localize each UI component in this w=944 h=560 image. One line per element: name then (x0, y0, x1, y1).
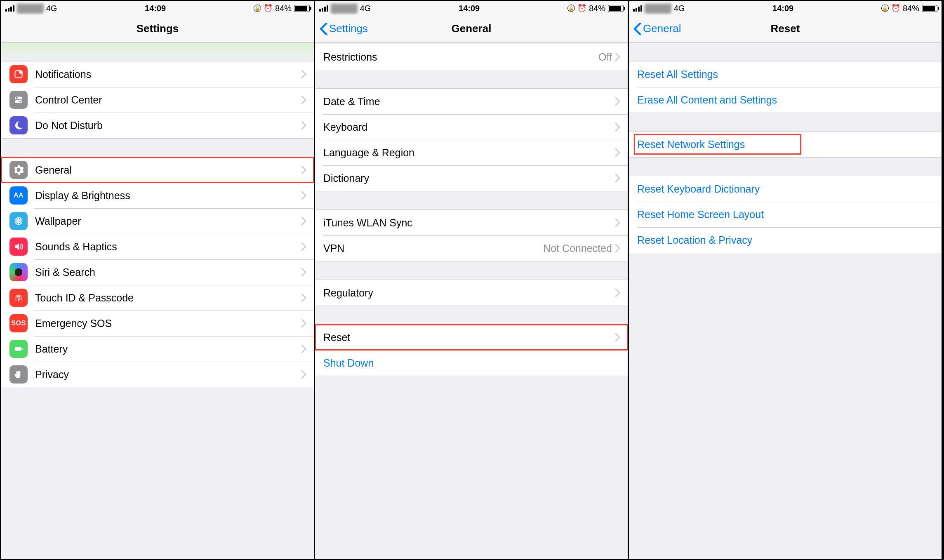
nav-back-button[interactable]: General (633, 22, 681, 35)
row-label: Language & Region (323, 147, 615, 159)
row-keyboard[interactable]: Keyboard (315, 114, 628, 140)
battery-pct-label: 84% (903, 4, 919, 13)
signal-icon (319, 5, 328, 12)
row-sounds-haptics[interactable]: Sounds & Haptics (1, 234, 314, 259)
clock-label: 14:09 (459, 4, 480, 13)
carrier-label: ████ (331, 4, 358, 13)
nav-bar: Settings (1, 15, 314, 42)
status-bar: ████ 4G 14:09 🔒 ⏰ 84% (1, 1, 314, 15)
row-do-not-disturb[interactable]: Do Not Disturb (1, 113, 314, 138)
row-label: Shut Down (323, 357, 620, 369)
row-label: Siri & Search (35, 266, 301, 278)
chevron-right-icon (615, 289, 620, 297)
row-shut-down[interactable]: Shut Down (315, 350, 628, 376)
group-gap (629, 113, 942, 132)
group-gap (315, 261, 628, 280)
chevron-right-icon (301, 121, 306, 129)
gear-icon (9, 161, 28, 179)
row-label: Reset Network Settings (637, 139, 934, 151)
row-label: Reset All Settings (637, 68, 934, 80)
row-label: Emergency SOS (35, 318, 301, 329)
nav-back-label: General (643, 22, 681, 35)
battery-pct-label: 84% (589, 4, 605, 13)
row-label: Wallpaper (35, 215, 301, 227)
nav-back-button[interactable]: Settings (319, 22, 368, 35)
chevron-right-icon (301, 294, 306, 302)
screen-reset: ████ 4G 14:09 🔒 ⏰ 84% General Reset Rese… (629, 1, 943, 559)
rotation-lock-icon: 🔒 (254, 5, 261, 12)
row-reset-location-privacy[interactable]: Reset Location & Privacy (629, 227, 942, 253)
svg-rect-9 (22, 348, 23, 350)
row-label: Restrictions (323, 51, 598, 63)
battery-icon (922, 5, 937, 12)
status-bar: ████ 4G 14:09 🔒 ⏰ 84% (315, 1, 628, 15)
row-restrictions[interactable]: Restrictions Off (315, 44, 628, 70)
chevron-right-icon (615, 244, 620, 252)
clock-label: 14:09 (772, 4, 793, 13)
screen-general: ████ 4G 14:09 🔒 ⏰ 84% Settings General R… (315, 1, 629, 559)
row-reset[interactable]: Reset (315, 325, 628, 350)
svg-rect-8 (15, 347, 21, 351)
row-dictionary[interactable]: Dictionary (315, 165, 628, 191)
row-display-brightness[interactable]: AA Display & Brightness (1, 183, 314, 208)
svg-point-4 (16, 97, 18, 99)
group-gap (629, 253, 942, 559)
battery-icon (9, 340, 28, 358)
row-general[interactable]: General (1, 157, 314, 183)
row-siri-search[interactable]: Siri & Search (1, 259, 314, 285)
alarm-icon: ⏰ (264, 4, 273, 13)
row-date-time[interactable]: Date & Time (315, 89, 628, 114)
row-label: Regulatory (323, 287, 615, 299)
row-battery[interactable]: Battery (1, 336, 314, 362)
row-wallpaper[interactable]: Wallpaper (1, 208, 314, 234)
row-label: Erase All Content and Settings (637, 94, 934, 106)
chevron-right-icon (301, 191, 306, 200)
alarm-icon: ⏰ (891, 4, 900, 13)
chevron-right-icon (301, 217, 306, 225)
chevron-right-icon (615, 123, 620, 131)
row-label: Display & Brightness (35, 190, 301, 202)
group-gap (315, 191, 628, 210)
group-gap (629, 157, 942, 176)
row-reset-home-screen-layout[interactable]: Reset Home Screen Layout (629, 202, 942, 227)
row-vpn[interactable]: VPN Not Connected (315, 235, 628, 261)
svg-point-5 (19, 101, 21, 102)
chevron-right-icon (615, 97, 620, 106)
row-touch-id-passcode[interactable]: Touch ID & Passcode (1, 285, 314, 311)
signal-icon (633, 5, 642, 12)
row-erase-all-content[interactable]: Erase All Content and Settings (629, 87, 942, 113)
row-label: Control Center (35, 94, 301, 106)
row-label: Reset (323, 332, 615, 344)
status-bar: ████ 4G 14:09 🔒 ⏰ 84% (629, 1, 942, 15)
row-value: Off (598, 51, 612, 63)
row-label: Do Not Disturb (35, 120, 301, 132)
carrier-label: ████ (645, 4, 671, 13)
row-itunes-wlan-sync[interactable]: iTunes WLAN Sync (315, 210, 628, 235)
row-notifications[interactable]: Notifications (1, 61, 314, 87)
chevron-right-icon (301, 166, 306, 174)
notifications-icon (9, 65, 28, 83)
group-gap (1, 138, 314, 157)
row-label: Reset Location & Privacy (637, 234, 934, 246)
hand-icon (9, 365, 28, 384)
row-reset-all-settings[interactable]: Reset All Settings (629, 61, 942, 87)
nav-title: Reset (771, 22, 800, 35)
row-reset-keyboard-dictionary[interactable]: Reset Keyboard Dictionary (629, 176, 942, 202)
chevron-right-icon (615, 333, 620, 341)
row-label: Battery (35, 343, 301, 355)
row-emergency-sos[interactable]: SOS Emergency SOS (1, 311, 314, 336)
wallpaper-icon (9, 212, 28, 230)
row-label: General (35, 164, 301, 176)
network-label: 4G (46, 4, 57, 13)
row-regulatory[interactable]: Regulatory (315, 280, 628, 306)
nav-back-label: Settings (329, 22, 368, 35)
signal-icon (5, 5, 14, 12)
chevron-right-icon (301, 96, 306, 104)
row-label: Date & Time (323, 96, 615, 108)
alarm-icon: ⏰ (577, 4, 586, 13)
row-reset-network-settings[interactable]: Reset Network Settings (629, 132, 942, 157)
network-label: 4G (674, 4, 685, 13)
row-language-region[interactable]: Language & Region (315, 140, 628, 165)
row-privacy[interactable]: Privacy (1, 362, 314, 387)
row-control-center[interactable]: Control Center (1, 87, 314, 113)
